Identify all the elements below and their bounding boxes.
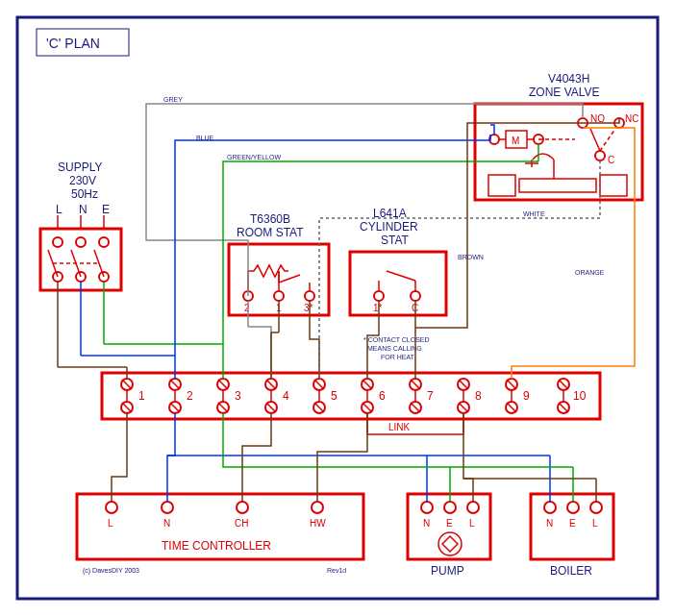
zone-valve-label: ZONE VALVE (529, 86, 600, 99)
supply-e: E (102, 203, 110, 216)
tc-n: N (163, 518, 170, 529)
zone-valve-model: V4043H (548, 72, 589, 86)
cyl-stat-label2: STAT (381, 234, 410, 247)
svg-point-113 (106, 502, 117, 513)
supply-n: N (79, 203, 88, 216)
pump-n: N (423, 518, 430, 529)
svg-text:LINK: LINK (388, 422, 411, 432)
supply-freq: 50Hz (71, 187, 98, 201)
room-stat-label: ROOM STAT (237, 226, 304, 239)
cyl-stat-t1: 1* (373, 303, 383, 313)
svg-point-120 (467, 502, 479, 513)
cyl-note3: FOR HEAT (381, 354, 415, 360)
svg-text:9: 9 (523, 389, 530, 403)
svg-point-115 (237, 502, 248, 513)
svg-point-7 (76, 237, 86, 247)
wire-brown-label: BROWN (458, 254, 484, 260)
wiring-diagram: 'C' PLAN SUPPLY 230V 50Hz L N E V4043H Z… (0, 0, 675, 616)
pump-e: E (446, 518, 453, 529)
svg-point-37 (305, 291, 314, 301)
diagram-title: 'C' PLAN (46, 36, 100, 51)
cyl-note2: MEANS CALLING (367, 345, 422, 352)
room-stat-t3: 3* (304, 303, 313, 313)
wire-grey-label: GREY (163, 96, 183, 103)
cyl-stat-label1: CYLINDER (360, 220, 418, 234)
svg-point-24 (595, 151, 605, 160)
svg-point-125 (590, 502, 602, 513)
svg-rect-30 (519, 179, 596, 192)
pump-label: PUMP (431, 564, 464, 578)
tc-ch: CH (235, 518, 248, 529)
zone-valve-nc: NC (625, 113, 638, 124)
svg-rect-28 (488, 175, 515, 196)
svg-text:1: 1 (138, 389, 145, 403)
supply-voltage: 230V (69, 174, 96, 187)
svg-point-123 (544, 502, 556, 513)
svg-line-26 (600, 129, 615, 151)
svg-point-118 (421, 502, 433, 513)
svg-text:6: 6 (379, 389, 386, 403)
room-stat-t1: 2 (244, 303, 250, 313)
svg-text:3: 3 (235, 389, 241, 403)
supply-l: L (56, 203, 62, 216)
svg-text:4: 4 (283, 389, 289, 403)
svg-rect-43 (350, 252, 446, 315)
pump-l: L (469, 518, 475, 529)
tc-l: L (108, 518, 113, 529)
terminal-strip: 1 2 3 4 5 6 (121, 379, 587, 413)
copyright: (c) DavesDIY 2003 (83, 567, 139, 575)
svg-point-8 (99, 237, 109, 247)
svg-point-36 (274, 291, 284, 301)
cyl-note1: * CONTACT CLOSED (363, 336, 430, 343)
svg-line-41 (279, 275, 300, 283)
time-controller-label: TIME CONTROLLER (162, 539, 271, 553)
tc-hw: HW (310, 518, 326, 529)
boiler-n: N (546, 518, 553, 529)
boiler-e: E (569, 518, 576, 529)
svg-point-119 (444, 502, 456, 513)
svg-text:5: 5 (331, 389, 338, 403)
boiler-label: BOILER (550, 564, 592, 578)
svg-point-124 (567, 502, 579, 513)
wire-orange-label: ORANGE (575, 269, 605, 276)
svg-point-116 (312, 502, 323, 513)
svg-text:10: 10 (573, 389, 587, 403)
svg-text:7: 7 (427, 389, 434, 403)
zone-valve-c: C (608, 155, 614, 165)
svg-point-6 (53, 237, 62, 247)
zone-valve-motor: M (512, 136, 519, 146)
supply-label: SUPPLY (58, 160, 102, 174)
wire-blue-label: BLUE (196, 135, 214, 141)
svg-point-45 (411, 291, 420, 301)
svg-point-114 (162, 502, 173, 513)
revision: Rev1d (327, 567, 346, 574)
room-stat-model: T6360B (250, 212, 290, 226)
svg-line-48 (387, 271, 415, 281)
svg-text:8: 8 (475, 389, 482, 403)
svg-point-44 (374, 291, 384, 301)
wire-white-label: WHITE (523, 210, 545, 217)
wire-green-label: GREEN/YELLOW (227, 154, 281, 160)
boiler-l: L (592, 518, 598, 529)
svg-line-25 (590, 129, 600, 151)
svg-text:2: 2 (187, 389, 193, 403)
svg-rect-29 (600, 175, 627, 196)
